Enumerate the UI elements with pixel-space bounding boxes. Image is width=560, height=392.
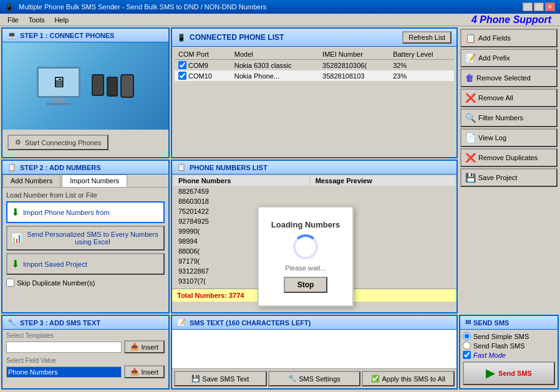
view-log-icon: 📄 (465, 133, 476, 143)
menu-tools[interactable]: Tools (24, 15, 50, 25)
tab-import-numbers[interactable]: Import Numbers (62, 174, 127, 187)
phone-table: COM Port Model IMEI Number Battery Level… (175, 49, 454, 81)
remove-selected-button[interactable]: 🗑 Remove Selected (460, 69, 558, 87)
numbers-panel: 📋 PHONE NUMBERS LIST Phone Numbers Messa… (171, 160, 458, 313)
view-log-button[interactable]: 📄 View Log (460, 128, 558, 147)
save-sms-text-button[interactable]: 💾 Save SMS Text (174, 371, 267, 386)
phone-battery-1: 23% (389, 70, 454, 81)
stop-button[interactable]: Stop (284, 277, 328, 293)
start-icon: ⚙ (15, 138, 21, 146)
remove-all-button[interactable]: ❌ Remove All (460, 88, 558, 107)
field-value-input[interactable] (6, 366, 122, 378)
col-phone-numbers: Phone Numbers (173, 176, 309, 186)
step2-content: Load Number from List or File ⬇ Import P… (2, 188, 168, 290)
phone-checkbox-0[interactable] (178, 61, 186, 69)
templates-input[interactable] (6, 342, 122, 353)
col-com: COM Port (175, 49, 231, 60)
remove-all-label: Remove All (478, 94, 513, 102)
phone-model-1: Nokia Phone... (231, 70, 319, 81)
phone-battery-0: 32% (389, 60, 454, 71)
filter-numbers-button[interactable]: 🔍 Filter Numbers (460, 108, 558, 127)
number-cell-1: 88603018 (173, 197, 309, 206)
simple-sms-radio[interactable] (463, 332, 471, 340)
insert-field-button[interactable]: 📥 Insert (124, 365, 165, 378)
total-label: Total Numbers: (177, 292, 227, 299)
add-fields-button[interactable]: 📋 Add Fields (460, 29, 558, 47)
add-prefix-button[interactable]: 📝 Add Prefix (460, 49, 558, 67)
minimize-button[interactable]: − (523, 2, 533, 11)
step1-header: 💻 STEP 1 : CONNECT PHONES (2, 29, 168, 42)
refresh-button[interactable]: Refresh List (402, 31, 451, 44)
field-value-row: 📥 Insert (6, 365, 165, 378)
templates-input-row: 📥 Insert (6, 340, 165, 353)
start-connecting-button[interactable]: ⚙ Start Connecting Phones (7, 135, 109, 150)
import-saved-project-button[interactable]: ⬇ Import Saved Project (6, 253, 165, 275)
phones-graphic (92, 74, 134, 98)
remove-duplicates-button[interactable]: ❌ Remove Duplicates (460, 148, 558, 167)
sms-textarea[interactable] (172, 330, 456, 368)
phone-com-0: COM9 (175, 60, 231, 71)
select-field-label: Select Field Value (6, 357, 165, 364)
sms-text-area-container (172, 330, 456, 368)
send-sms-button[interactable]: ▶ Send SMS (463, 361, 555, 385)
step1-panel: 💻 STEP 1 : CONNECT PHONES 🖥 (1, 27, 170, 158)
skip-duplicate-checkbox[interactable] (6, 279, 14, 287)
number-row-0: 88267459 (173, 187, 455, 196)
computer-graphic: 🖥 (37, 67, 134, 105)
fast-mode-checkbox[interactable] (463, 351, 471, 359)
phone-table-body: COM9 Nokia 6303 classic 35282810306( 32%… (175, 60, 454, 82)
send-sms-btn-label: Send SMS (498, 370, 532, 377)
send-sms-title: SEND SMS (473, 319, 509, 327)
apply-icon: ✅ (371, 375, 380, 383)
load-label: Load Number from List or File (6, 191, 165, 199)
settings-icon: 🔧 (288, 375, 297, 383)
phone-table-container: COM Port Model IMEI Number Battery Level… (172, 47, 456, 84)
loading-overlay: Loading Numbers Please wait... Stop (258, 206, 354, 307)
menu-file[interactable]: File (2, 15, 24, 25)
apply-label: Apply this SMS to All (382, 375, 445, 383)
col-imei: IMEI Number (319, 49, 389, 60)
add-fields-icon: 📋 (465, 33, 476, 43)
add-prefix-icon: 📝 (465, 53, 476, 63)
remove-duplicates-label: Remove Duplicates (478, 154, 538, 161)
import-phone-numbers-button[interactable]: ⬇ Import Phone Numbers from (6, 201, 165, 223)
tab-add-numbers[interactable]: Add Numbers (2, 174, 60, 187)
phone-row-0: COM9 Nokia 6303 classic 35282810306( 32% (175, 60, 454, 71)
remove-all-icon: ❌ (465, 93, 476, 103)
col-message-preview: Message Preview (311, 176, 455, 186)
numbers-header-row: Phone Numbers Message Preview (173, 176, 455, 186)
number-cell-0: 88267459 (173, 187, 309, 196)
remove-selected-label: Remove Selected (476, 74, 531, 82)
step3-header: 🔧 STEP 3 : ADD SMS TEXT (2, 316, 168, 330)
flash-sms-radio[interactable] (463, 342, 471, 350)
save-sms-icon: 💾 (191, 375, 200, 383)
send-personalized-button[interactable]: 📊 Send Personalized SMS to Every Numbers… (6, 226, 165, 251)
import-icon-1: ⬇ (11, 206, 19, 218)
skip-duplicate-label: Skip Duplicate Number(s) (17, 279, 95, 287)
save-project-icon: 💾 (465, 173, 476, 183)
step3-content: Select Templates 📥 Insert Select Field V… (2, 330, 168, 385)
import-btn3-label: Import Saved Project (23, 261, 87, 268)
import-btn2-label: Send Personalized SMS to Every Numbers u… (26, 231, 160, 246)
maximize-button[interactable]: □ (534, 2, 544, 11)
phone-imei-1: 35828108103 (319, 70, 389, 81)
save-project-button[interactable]: 💾 Save Project (460, 168, 558, 187)
apply-sms-button[interactable]: ✅ Apply this SMS to All (362, 371, 455, 386)
fast-mode-label: Fast Mode (473, 351, 506, 359)
total-value: 3774 (229, 292, 244, 299)
sms-settings-button[interactable]: 🔧 SMS Settings (268, 371, 361, 386)
sms-text-panel: 📝 SMS TEXT (160 CHARACTERS LEFT) 💾 Save … (171, 315, 458, 390)
app-icon: 📱 (5, 2, 15, 12)
insert-template-button[interactable]: 📥 Insert (124, 340, 165, 353)
phone-table-header-row: COM Port Model IMEI Number Battery Level (175, 49, 454, 60)
phone-checkbox-1[interactable] (178, 72, 186, 80)
menu-help[interactable]: Help (49, 15, 74, 25)
insert-icon-2: 📥 (130, 368, 139, 376)
fast-mode-option: Fast Mode (463, 351, 555, 359)
import-btn1-label: Import Phone Numbers from (23, 209, 110, 216)
send-sms-panel: ✉ SEND SMS Send Simple SMS Send Flash SM… (459, 315, 559, 390)
phone-imei-0: 35282810306( (319, 60, 389, 71)
close-button[interactable]: ✕ (545, 2, 555, 11)
phone-list-panel: 📱 CONNECTED PHONE LIST Refresh List COM … (171, 27, 458, 158)
menubar: File Tools Help 4 Phone Support (0, 14, 560, 26)
